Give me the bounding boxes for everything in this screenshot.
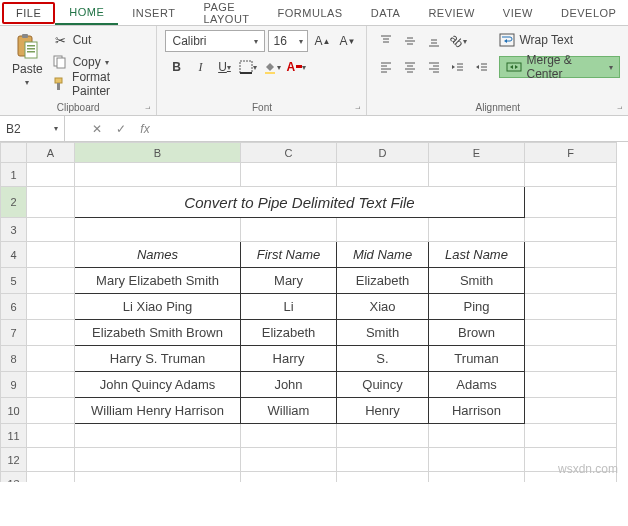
cell[interactable]: Mary xyxy=(241,268,337,294)
cell[interactable] xyxy=(525,346,617,372)
tab-insert[interactable]: INSERT xyxy=(118,0,189,25)
cell[interactable] xyxy=(337,472,429,483)
cell[interactable] xyxy=(27,398,75,424)
cell[interactable] xyxy=(429,424,525,448)
row-header-8[interactable]: 8 xyxy=(1,346,27,372)
cell[interactable] xyxy=(525,218,617,242)
cell[interactable]: Xiao xyxy=(337,294,429,320)
tab-view[interactable]: VIEW xyxy=(489,0,547,25)
cell[interactable] xyxy=(525,398,617,424)
font-name-select[interactable]: Calibri ▾ xyxy=(165,30,265,52)
cell[interactable] xyxy=(27,372,75,398)
font-size-select[interactable]: 16 ▾ xyxy=(268,30,308,52)
row-header-5[interactable]: 5 xyxy=(1,268,27,294)
tab-file[interactable]: FILE xyxy=(2,2,55,24)
paste-button[interactable]: Paste ▾ xyxy=(8,30,47,89)
cell[interactable] xyxy=(27,294,75,320)
cell[interactable]: First Name xyxy=(241,242,337,268)
cell[interactable]: Adams xyxy=(429,372,525,398)
row-header-13[interactable]: 13 xyxy=(1,472,27,483)
align-top-button[interactable] xyxy=(375,30,397,52)
cell[interactable] xyxy=(525,268,617,294)
cell[interactable] xyxy=(337,424,429,448)
row-header-9[interactable]: 9 xyxy=(1,372,27,398)
decrease-font-button[interactable]: A▼ xyxy=(336,30,358,52)
cell[interactable]: Truman xyxy=(429,346,525,372)
spreadsheet-grid[interactable]: A B C D E F 12Convert to Pipe Delimited … xyxy=(0,142,628,482)
cell[interactable] xyxy=(525,187,617,218)
align-center-button[interactable] xyxy=(399,56,421,78)
name-box[interactable]: B2 ▾ xyxy=(0,116,65,141)
cell[interactable] xyxy=(429,472,525,483)
cell[interactable]: Brown xyxy=(429,320,525,346)
border-button[interactable]: ▾ xyxy=(237,56,259,78)
cell[interactable]: Quincy xyxy=(337,372,429,398)
col-header-D[interactable]: D xyxy=(337,143,429,163)
cell[interactable] xyxy=(337,163,429,187)
row-header-3[interactable]: 3 xyxy=(1,218,27,242)
cell[interactable] xyxy=(429,218,525,242)
formula-input[interactable] xyxy=(157,116,628,141)
cell[interactable]: Ping xyxy=(429,294,525,320)
align-left-button[interactable] xyxy=(375,56,397,78)
col-header-F[interactable]: F xyxy=(525,143,617,163)
cell[interactable] xyxy=(75,448,241,472)
cell[interactable] xyxy=(75,218,241,242)
row-header-10[interactable]: 10 xyxy=(1,398,27,424)
cell[interactable] xyxy=(75,163,241,187)
cell[interactable]: Mid Name xyxy=(337,242,429,268)
cell[interactable]: Harrison xyxy=(429,398,525,424)
cell[interactable] xyxy=(241,424,337,448)
merge-center-button[interactable]: Merge & Center ▾ xyxy=(499,56,620,78)
cell[interactable] xyxy=(525,372,617,398)
cell[interactable] xyxy=(241,448,337,472)
row-header-2[interactable]: 2 xyxy=(1,187,27,218)
cell[interactable] xyxy=(525,242,617,268)
row-header-6[interactable]: 6 xyxy=(1,294,27,320)
col-header-C[interactable]: C xyxy=(241,143,337,163)
cell[interactable] xyxy=(525,424,617,448)
cell[interactable] xyxy=(241,218,337,242)
cancel-formula-button[interactable]: ✕ xyxy=(85,122,109,136)
cell[interactable]: Smith xyxy=(337,320,429,346)
col-header-A[interactable]: A xyxy=(27,143,75,163)
cell[interactable]: Last Name xyxy=(429,242,525,268)
cell[interactable]: Smith xyxy=(429,268,525,294)
row-header-7[interactable]: 7 xyxy=(1,320,27,346)
cell[interactable]: S. xyxy=(337,346,429,372)
wrap-text-button[interactable]: Wrap Text xyxy=(499,30,620,50)
row-header-1[interactable]: 1 xyxy=(1,163,27,187)
cell[interactable] xyxy=(241,472,337,483)
accept-formula-button[interactable]: ✓ xyxy=(109,122,133,136)
cell[interactable] xyxy=(525,320,617,346)
tab-formulas[interactable]: FORMULAS xyxy=(264,0,357,25)
cell[interactable]: Convert to Pipe Delimited Text File xyxy=(75,187,525,218)
cell[interactable]: Elizabeth xyxy=(337,268,429,294)
increase-font-button[interactable]: A▲ xyxy=(311,30,333,52)
underline-button[interactable]: U▾ xyxy=(213,56,235,78)
tab-data[interactable]: DATA xyxy=(357,0,415,25)
cell[interactable]: Elizabeth Smith Brown xyxy=(75,320,241,346)
row-header-4[interactable]: 4 xyxy=(1,242,27,268)
cell[interactable] xyxy=(27,472,75,483)
cell[interactable]: John xyxy=(241,372,337,398)
align-middle-button[interactable] xyxy=(399,30,421,52)
tab-develop[interactable]: DEVELOP xyxy=(547,0,628,25)
insert-function-button[interactable]: fx xyxy=(133,122,157,136)
cell[interactable] xyxy=(337,448,429,472)
cell[interactable]: Elizabeth xyxy=(241,320,337,346)
copy-button[interactable]: Copy ▾ xyxy=(53,52,149,72)
align-bottom-button[interactable] xyxy=(423,30,445,52)
cell[interactable]: Harry S. Truman xyxy=(75,346,241,372)
format-painter-button[interactable]: Format Painter xyxy=(53,74,149,94)
cell[interactable]: William Henry Harrison xyxy=(75,398,241,424)
select-all-corner[interactable] xyxy=(1,143,27,163)
tab-home[interactable]: HOME xyxy=(55,0,118,25)
cell[interactable] xyxy=(429,163,525,187)
cell[interactable] xyxy=(27,187,75,218)
fill-color-button[interactable]: ▾ xyxy=(261,56,283,78)
cell[interactable] xyxy=(75,424,241,448)
cell[interactable] xyxy=(525,294,617,320)
align-right-button[interactable] xyxy=(423,56,445,78)
cell[interactable] xyxy=(27,163,75,187)
